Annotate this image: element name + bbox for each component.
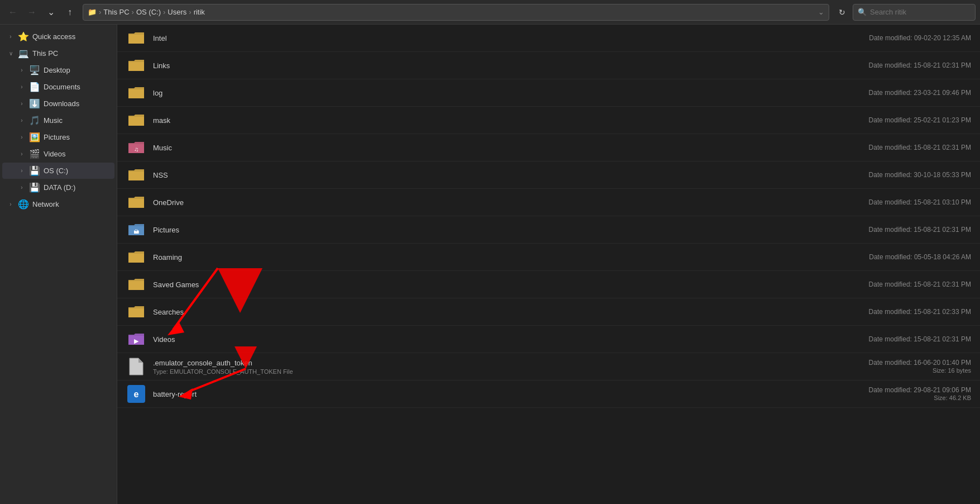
- file-list: Intel Date modified: 09-02-20 12:35 AM L…: [117, 25, 980, 408]
- file-name-col: Saved Games: [153, 280, 815, 289]
- sidebar-label-quick-access: Quick access: [32, 32, 110, 41]
- file-icon: [126, 247, 146, 267]
- videos-icon: 🎬: [29, 149, 40, 159]
- file-name: Music: [153, 144, 815, 152]
- sidebar-item-videos[interactable]: › 🎬 Videos: [2, 146, 114, 162]
- file-date: Date modified: 15-08-21 02:31 PM: [815, 144, 971, 151]
- file-name-col: Pictures: [153, 226, 815, 234]
- file-icon: [126, 28, 146, 48]
- sidebar-label-desktop: Desktop: [44, 66, 110, 74]
- search-box[interactable]: 🔍: [853, 4, 976, 21]
- file-date: Date modified: 15-08-21 02:31 PM: [815, 335, 971, 343]
- sidebar-item-network[interactable]: › 🌐 Network: [2, 196, 114, 212]
- sidebar-label-network: Network: [32, 200, 110, 208]
- file-icon: [126, 302, 146, 322]
- recent-button[interactable]: ⌄: [42, 4, 59, 21]
- sidebar-label-videos: Videos: [44, 150, 110, 158]
- sidebar-item-os-c[interactable]: › 💾 OS (C:): [2, 163, 114, 179]
- address-dropdown-icon[interactable]: ⌄: [818, 8, 824, 16]
- file-date: Date modified: 15-08-21 03:10 PM: [815, 198, 971, 206]
- sidebar-item-quick-access[interactable]: › ⭐ Quick access: [2, 28, 114, 45]
- file-subtext: Type: EMULATOR_CONSOLE_AUTH_TOKEN File: [153, 368, 815, 375]
- music-icon: 🎵: [29, 115, 40, 126]
- file-name: OneDrive: [153, 198, 815, 207]
- file-row-pictures[interactable]: 🏔 Pictures Date modified: 15-08-21 02:31…: [117, 216, 980, 244]
- file-row-log[interactable]: log Date modified: 23-03-21 09:46 PM: [117, 79, 980, 107]
- file-name-col: Searches: [153, 308, 815, 316]
- topbar: ← → ⌄ ↑ 📁 › This PC › OS (C:) › Users › …: [0, 0, 980, 25]
- file-row-emulator-token[interactable]: .emulator_console_auth_token Type: EMULA…: [117, 353, 980, 381]
- file-row-links[interactable]: Links Date modified: 15-08-21 02:31 PM: [117, 52, 980, 79]
- sidebar-label-documents: Documents: [44, 83, 110, 91]
- chevron-right-icon: ›: [18, 151, 26, 157]
- file-icon: ▶: [126, 329, 146, 349]
- file-content: Intel Date modified: 09-02-20 12:35 AM L…: [117, 25, 980, 504]
- file-icon: [126, 55, 146, 75]
- file-row-music[interactable]: ♫ Music Date modified: 15-08-21 02:31 PM: [117, 134, 980, 161]
- up-button[interactable]: ↑: [61, 4, 78, 21]
- folder-icon: 📁: [88, 8, 97, 16]
- chevron-right-icon: ›: [18, 134, 26, 140]
- file-row-roaming[interactable]: Roaming Date modified: 05-05-18 04:26 AM: [117, 244, 980, 271]
- file-row-onedrive[interactable]: OneDrive Date modified: 15-08-21 03:10 P…: [117, 189, 980, 216]
- forward-button[interactable]: →: [23, 4, 40, 21]
- chevron-right-icon: ›: [7, 201, 15, 207]
- sidebar-item-downloads[interactable]: › ⬇️ Downloads: [2, 96, 114, 112]
- sidebar-item-documents[interactable]: › 📄 Documents: [2, 79, 114, 95]
- sidebar-item-this-pc[interactable]: ∨ 💻 This PC: [2, 45, 114, 61]
- file-row-saved-games[interactable]: Saved Games Date modified: 15-08-21 02:3…: [117, 271, 980, 298]
- file-name: mask: [153, 116, 815, 125]
- back-button[interactable]: ←: [4, 4, 21, 21]
- pc-icon: 💻: [18, 48, 29, 59]
- address-bar[interactable]: 📁 › This PC › OS (C:) › Users › ritik ⌄: [83, 4, 829, 21]
- chevron-right-icon: ›: [18, 117, 26, 123]
- sidebar-item-desktop[interactable]: › 🖥️ Desktop: [2, 62, 114, 78]
- file-date: Date modified: 15-08-21 02:33 PM: [815, 308, 971, 316]
- file-icon: [126, 83, 146, 103]
- chevron-right-icon: ›: [18, 84, 26, 90]
- file-row-videos[interactable]: ▶ Videos Date modified: 15-08-21 02:31 P…: [117, 326, 980, 353]
- sidebar-item-data-d[interactable]: › 💾 DATA (D:): [2, 179, 114, 196]
- file-icon: [126, 192, 146, 212]
- file-row-searches[interactable]: Searches Date modified: 15-08-21 02:33 P…: [117, 298, 980, 326]
- chevron-right-icon: ›: [18, 184, 26, 191]
- file-date: Date modified: 15-08-21 02:31 PM: [815, 61, 971, 69]
- file-date: Date modified: 30-10-18 05:33 PM: [815, 171, 971, 179]
- file-icon: [126, 356, 146, 377]
- file-name: Roaming: [153, 253, 815, 261]
- file-date: Date modified: 16-06-20 01:40 PMSize: 16…: [815, 359, 971, 374]
- desktop-icon: 🖥️: [29, 65, 40, 75]
- file-name: Saved Games: [153, 280, 815, 289]
- file-name-col: Videos: [153, 335, 815, 344]
- breadcrumb-thispc[interactable]: This PC: [103, 8, 129, 16]
- file-icon: ♫: [126, 137, 146, 158]
- breadcrumb-users[interactable]: Users: [168, 8, 187, 16]
- file-row-battery-report[interactable]: e battery-report Date modified: 29-08-21…: [117, 381, 980, 408]
- file-name: Searches: [153, 308, 815, 316]
- file-name-col: NSS: [153, 171, 815, 179]
- chevron-right-icon: ›: [18, 168, 26, 174]
- breadcrumb-osc[interactable]: OS (C:): [136, 8, 161, 16]
- file-row-mask[interactable]: mask Date modified: 25-02-21 01:23 PM: [117, 107, 980, 134]
- sidebar-item-music[interactable]: › 🎵 Music: [2, 112, 114, 129]
- file-name: Intel: [153, 34, 815, 42]
- breadcrumb-ritik[interactable]: ritik: [194, 8, 205, 16]
- file-name: NSS: [153, 171, 815, 179]
- file-name: log: [153, 89, 815, 97]
- file-name: battery-report: [153, 390, 815, 398]
- file-row-nss[interactable]: NSS Date modified: 30-10-18 05:33 PM: [117, 161, 980, 189]
- search-input[interactable]: [870, 8, 971, 16]
- sidebar-label-pictures: Pictures: [44, 133, 110, 141]
- chevron-right-icon: ›: [18, 67, 26, 73]
- file-icon: [126, 110, 146, 130]
- sidebar-label-os-c: OS (C:): [44, 167, 110, 175]
- file-icon: 🏔: [126, 220, 146, 240]
- file-name-col: Roaming: [153, 253, 815, 261]
- refresh-button[interactable]: ↻: [834, 4, 850, 21]
- sidebar: › ⭐ Quick access ∨ 💻 This PC › 🖥️ Deskto…: [0, 25, 117, 504]
- file-name-col: .emulator_console_auth_token Type: EMULA…: [153, 359, 815, 375]
- file-name: Pictures: [153, 226, 815, 234]
- svg-text:e: e: [134, 389, 139, 399]
- file-row-intel[interactable]: Intel Date modified: 09-02-20 12:35 AM: [117, 25, 980, 52]
- sidebar-item-pictures[interactable]: › 🖼️ Pictures: [2, 129, 114, 145]
